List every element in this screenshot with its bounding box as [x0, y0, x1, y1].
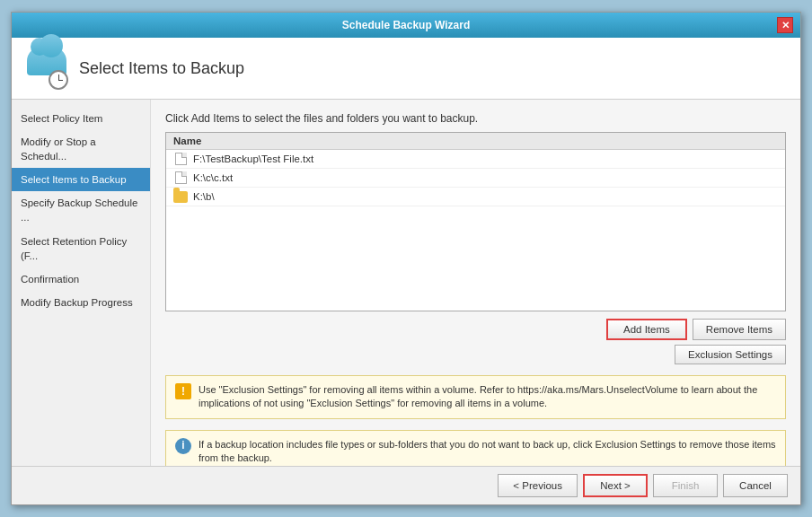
window-title: Schedule Backup Wizard	[35, 19, 777, 31]
action-buttons-area: Add Items Remove Items Exclusion Setting…	[165, 319, 786, 364]
file-list-header: Name	[166, 133, 785, 150]
file-name: K:\b\	[193, 191, 215, 202]
file-icon	[173, 171, 188, 184]
sidebar-item-select-policy[interactable]: Select Policy Item	[12, 107, 150, 130]
file-icon	[173, 153, 188, 165]
list-item[interactable]: F:\TestBackup\Test File.txt	[166, 150, 785, 169]
sidebar-item-modify-stop[interactable]: Modify or Stop a Schedul...	[12, 130, 150, 168]
top-button-row: Add Items Remove Items	[606, 319, 786, 340]
file-list-container: Name F:\TestBackup\Test File.txt K:\c\c.…	[165, 132, 786, 311]
previous-button[interactable]: < Previous	[498, 474, 578, 497]
sidebar-item-modify-progress[interactable]: Modify Backup Progress	[12, 291, 150, 314]
header: Select Items to Backup	[12, 38, 800, 100]
sidebar: Select Policy Item Modify or Stop a Sche…	[12, 100, 151, 466]
file-name: K:\c\c.txt	[193, 172, 233, 183]
next-button[interactable]: Next >	[583, 474, 648, 497]
close-button[interactable]: ✕	[777, 17, 793, 33]
clock-icon	[49, 70, 68, 90]
list-item[interactable]: K:\b\	[166, 188, 785, 206]
sidebar-item-select-items[interactable]: Select Items to Backup	[12, 168, 150, 191]
cancel-button[interactable]: Cancel	[723, 474, 788, 497]
list-item[interactable]: K:\c\c.txt	[166, 169, 785, 188]
finish-button[interactable]: Finish	[653, 474, 718, 497]
warning-icon: !	[175, 383, 191, 399]
info-icon: i	[175, 438, 191, 454]
warning-text: Use "Exclusion Settings" for removing al…	[199, 383, 776, 411]
info-box: i If a backup location includes file typ…	[165, 430, 786, 466]
title-bar: Schedule Backup Wizard ✕	[12, 13, 800, 38]
folder-shape	[173, 191, 188, 203]
header-icon	[25, 47, 68, 90]
doc-icon	[175, 153, 187, 165]
doc-icon	[175, 171, 187, 184]
main-panel: Click Add Items to select the files and …	[151, 100, 800, 466]
folder-icon	[173, 190, 188, 203]
warning-box: ! Use "Exclusion Settings" for removing …	[165, 375, 786, 419]
content-area: Select Policy Item Modify or Stop a Sche…	[12, 100, 800, 466]
sidebar-item-retention-policy[interactable]: Select Retention Policy (F...	[12, 230, 150, 267]
exclusion-settings-button[interactable]: Exclusion Settings	[675, 345, 786, 364]
file-name: F:\TestBackup\Test File.txt	[193, 153, 313, 164]
bottom-button-row: Exclusion Settings	[675, 345, 786, 364]
page-title: Select Items to Backup	[79, 59, 244, 78]
footer: < Previous Next > Finish Cancel	[12, 466, 800, 504]
sidebar-item-specify-schedule[interactable]: Specify Backup Schedule ...	[12, 191, 150, 229]
add-items-button[interactable]: Add Items	[606, 319, 687, 340]
instruction-text: Click Add Items to select the files and …	[165, 112, 786, 125]
info-text: If a backup location includes file types…	[199, 438, 776, 466]
main-window: Schedule Backup Wizard ✕ Select Items to…	[11, 12, 801, 505]
remove-items-button[interactable]: Remove Items	[693, 319, 786, 340]
sidebar-item-confirmation[interactable]: Confirmation	[12, 267, 150, 291]
